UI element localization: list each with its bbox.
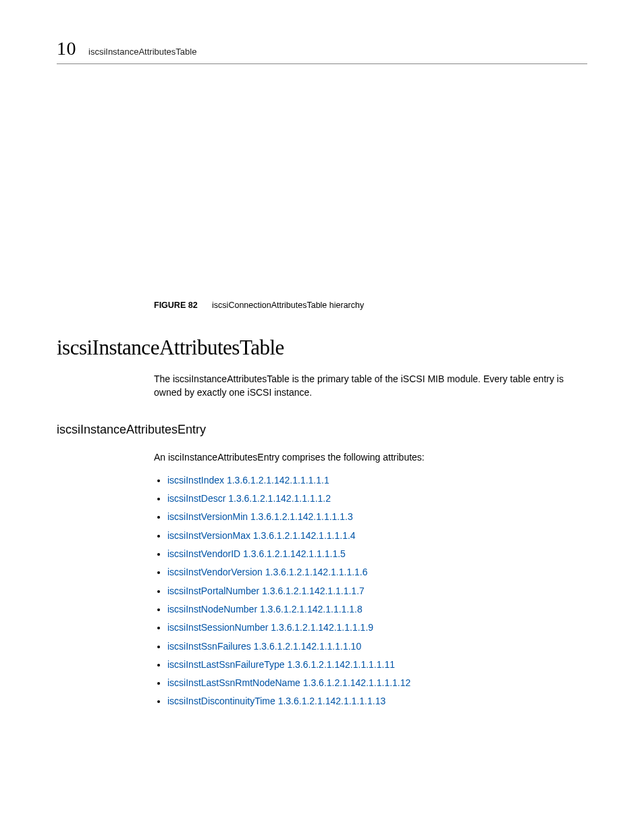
list-item: iscsiInstVersionMin 1.3.6.1.2.1.142.1.1.… (167, 510, 587, 523)
list-item: iscsiInstSessionNumber 1.3.6.1.2.1.142.1… (167, 621, 587, 634)
page-number: 10 (57, 38, 76, 59)
attribute-link[interactable]: iscsiInstNodeNumber 1.3.6.1.2.1.142.1.1.… (167, 604, 363, 615)
attribute-link[interactable]: iscsiInstVersionMin 1.3.6.1.2.1.142.1.1.… (167, 511, 353, 522)
attribute-link[interactable]: iscsiInstLastSsnRmtNodeName 1.3.6.1.2.1.… (167, 677, 410, 688)
list-item: iscsiInstVersionMax 1.3.6.1.2.1.142.1.1.… (167, 529, 587, 542)
attribute-link[interactable]: iscsiInstLastSsnFailureType 1.3.6.1.2.1.… (167, 659, 395, 670)
list-item: iscsiInstNodeNumber 1.3.6.1.2.1.142.1.1.… (167, 602, 587, 616)
subsection-intro: An isciInstanceAttributesEntry comprises… (154, 450, 587, 464)
list-item: iscsiInstIndex 1.3.6.1.2.1.142.1.1.1.1.1 (167, 473, 587, 487)
attribute-link[interactable]: iscsiInstSsnFailures 1.3.6.1.2.1.142.1.1… (167, 641, 361, 652)
attribute-link[interactable]: iscsiInstSessionNumber 1.3.6.1.2.1.142.1… (167, 622, 373, 633)
list-item: iscsiInstVendorVersion 1.3.6.1.2.1.142.1… (167, 565, 587, 579)
attribute-link[interactable]: iscsiInstDescr 1.3.6.1.2.1.142.1.1.1.1.2 (167, 493, 331, 504)
figure-caption-text: iscsiConnectionAttributesTable hierarchy (212, 301, 364, 310)
section-heading: iscsiInstanceAttributesTable (57, 336, 587, 360)
list-item: iscsiInstDiscontinuityTime 1.3.6.1.2.1.1… (167, 694, 587, 708)
list-item: iscsiInstLastSsnRmtNodeName 1.3.6.1.2.1.… (167, 676, 587, 689)
list-item: iscsiInstDescr 1.3.6.1.2.1.142.1.1.1.1.2 (167, 492, 587, 505)
attribute-link[interactable]: iscsiInstIndex 1.3.6.1.2.1.142.1.1.1.1.1 (167, 475, 329, 486)
list-item: iscsiInstSsnFailures 1.3.6.1.2.1.142.1.1… (167, 640, 587, 653)
list-item: iscsiInstLastSsnFailureType 1.3.6.1.2.1.… (167, 658, 587, 671)
subsection-heading: iscsiInstanceAttributesEntry (57, 423, 587, 437)
attribute-link[interactable]: iscsiInstPortalNumber 1.3.6.1.2.1.142.1.… (167, 585, 365, 596)
list-item: iscsiInstVendorID 1.3.6.1.2.1.142.1.1.1.… (167, 547, 587, 561)
attribute-link[interactable]: iscsiInstVersionMax 1.3.6.1.2.1.142.1.1.… (167, 530, 356, 541)
attribute-link[interactable]: iscsiInstVendorVersion 1.3.6.1.2.1.142.1… (167, 567, 368, 577)
section-intro: The iscsiInstanceAttributesTable is the … (154, 372, 587, 400)
figure-caption: FIGURE 82 iscsiConnectionAttributesTable… (154, 301, 587, 310)
figure-label: FIGURE 82 (154, 301, 198, 310)
attribute-link[interactable]: iscsiInstDiscontinuityTime 1.3.6.1.2.1.1… (167, 696, 385, 706)
header-title: iscsiInstanceAttributesTable (88, 47, 196, 57)
page-header: 10 iscsiInstanceAttributesTable (57, 38, 587, 64)
attribute-link[interactable]: iscsiInstVendorID 1.3.6.1.2.1.142.1.1.1.… (167, 548, 346, 559)
attribute-list: iscsiInstIndex 1.3.6.1.2.1.142.1.1.1.1.1… (154, 473, 587, 708)
list-item: iscsiInstPortalNumber 1.3.6.1.2.1.142.1.… (167, 584, 587, 598)
